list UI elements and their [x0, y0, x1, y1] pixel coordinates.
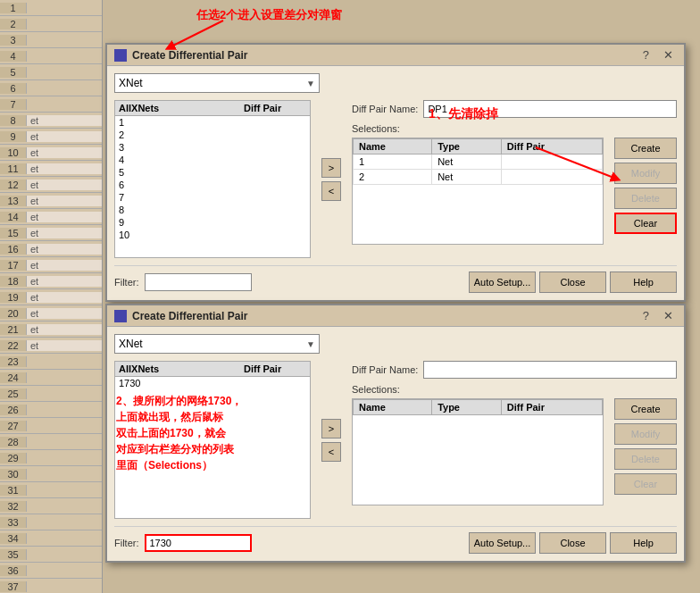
- dialog2-filter-label: Filter:: [114, 538, 139, 548]
- dialog2-filter-row: Filter:: [114, 534, 252, 552]
- dialog1-arrow-left-btn[interactable]: <: [321, 181, 341, 201]
- row-cell: et: [27, 276, 102, 287]
- row-number: 28: [0, 437, 27, 447]
- dialog2-help-btn[interactable]: Help: [610, 532, 677, 554]
- table-row: 2: [0, 16, 102, 32]
- table-cell-type: Net: [432, 155, 502, 170]
- dialog2-diff-pair-name-input[interactable]: [423, 361, 677, 379]
- dialog1-dropdown-value: XNet: [119, 77, 143, 89]
- row-cell: et: [27, 147, 102, 158]
- dialog2-xnet-dropdown[interactable]: XNet ▼: [114, 334, 320, 354]
- row-cell: et: [27, 115, 102, 126]
- dialog1-auto-setup-btn[interactable]: Auto Setup...: [469, 271, 536, 293]
- table-row: 33: [0, 514, 102, 530]
- dialog1-filter-label: Filter:: [114, 277, 139, 288]
- dialog2-modify-btn[interactable]: Modify: [614, 423, 677, 445]
- row-cell: et: [27, 324, 102, 335]
- dialog1-question-btn[interactable]: ?: [639, 48, 653, 62]
- dialog2-titlebar: Create Differential Pair ? ✕: [107, 305, 684, 327]
- list-item[interactable]: 4: [115, 154, 310, 166]
- table-row: 27: [0, 418, 102, 434]
- dialog1-diff-pair-name-row: Diff Pair Name:: [352, 100, 677, 118]
- list-item[interactable]: 1: [115, 116, 310, 129]
- table-row: 10et: [0, 145, 102, 161]
- dialog2-arrow-right-btn[interactable]: >: [321, 419, 341, 438]
- dialog1-close-btn[interactable]: Close: [539, 271, 606, 293]
- row-number: 33: [0, 517, 27, 528]
- table-row: 5: [0, 64, 102, 80]
- table-row: 25: [0, 386, 102, 402]
- list-item[interactable]: 8: [115, 204, 310, 216]
- row-cell: et: [27, 180, 102, 190]
- table-row: 8et: [0, 113, 102, 129]
- row-number: 19: [0, 292, 27, 303]
- row-number: 24: [0, 372, 27, 383]
- dialog1-close-btn[interactable]: ✕: [660, 48, 677, 62]
- table-row: 3: [0, 32, 102, 48]
- row-number: 10: [0, 147, 27, 158]
- table-row: 22et: [0, 338, 102, 354]
- row-cell: et: [27, 196, 102, 206]
- row-number: 16: [0, 244, 27, 255]
- arrow-annotation-1: [152, 16, 241, 52]
- dialog2-close-btn[interactable]: Close: [539, 532, 606, 554]
- list-item[interactable]: 6: [115, 179, 310, 191]
- row-number: 29: [0, 453, 27, 464]
- dialog2-bottom: Filter: Auto Setup...CloseHelp: [114, 526, 677, 554]
- row-number: 18: [0, 276, 27, 287]
- table-cell-name: 2: [354, 170, 432, 185]
- dialog2-selections-area: Name Type Diff Pair CreateModifyDeleteCl…: [352, 398, 677, 505]
- table-row: 34: [0, 530, 102, 547]
- dialog2-selections-table-container: Name Type Diff Pair: [352, 398, 604, 505]
- table-cell-type: Net: [432, 170, 502, 185]
- row-number: 4: [0, 51, 27, 62]
- dialog2-close-btn[interactable]: ✕: [660, 309, 677, 322]
- list-item[interactable]: 9: [115, 216, 310, 229]
- dialog1-list-col2-header: Diff Pair: [244, 103, 306, 113]
- row-cell: et: [27, 228, 102, 238]
- dialog2-filter-input[interactable]: [145, 534, 252, 552]
- annotation-1-label: 1、先清除掉: [429, 105, 498, 123]
- dialog2-delete-btn[interactable]: Delete: [614, 448, 677, 470]
- dialog1-help-btn[interactable]: Help: [610, 271, 677, 293]
- dialog1-filter-input[interactable]: [145, 273, 252, 291]
- dialog2-create-btn[interactable]: Create: [614, 398, 677, 420]
- table-row: 11et: [0, 161, 102, 177]
- dialog1-icon: [114, 49, 127, 62]
- row-number: 7: [0, 99, 27, 110]
- row-number: 11: [0, 163, 27, 174]
- dialog1-bottom-btns: Auto Setup...CloseHelp: [469, 271, 677, 293]
- dialog1-list-box[interactable]: 12345678910: [114, 115, 311, 258]
- list-item[interactable]: 2: [115, 129, 310, 141]
- table-row: 16et: [0, 241, 102, 257]
- dialog2-question-btn[interactable]: ?: [639, 309, 653, 322]
- row-number: 26: [0, 405, 27, 415]
- dialog1-th-type: Type: [432, 139, 502, 155]
- annotation-2-label: 2、搜所刚才的网络1730，上面就出现，然后鼠标双击上面的1730，就会对应到右…: [116, 393, 242, 473]
- svg-line-1: [170, 21, 223, 47]
- row-number: 25: [0, 388, 27, 399]
- dialog1-clear-btn[interactable]: Clear: [614, 213, 677, 234]
- row-number: 31: [0, 485, 27, 496]
- row-cell: et: [27, 340, 102, 351]
- row-cell: et: [27, 244, 102, 255]
- dialog1-xnet-dropdown[interactable]: XNet ▼: [114, 73, 320, 93]
- dialog2-arrow-left-btn[interactable]: <: [321, 442, 341, 462]
- dialog2-clear-btn[interactable]: Clear: [614, 473, 677, 495]
- dialog1-dropdown-row: XNet ▼: [114, 73, 677, 93]
- list-item[interactable]: 10: [115, 229, 310, 241]
- dialog2-title-text: Create Differential Pair: [132, 310, 247, 322]
- spreadsheet-background: 12345678et9et10et11et12et13et14et15et16e…: [0, 0, 103, 593]
- dialog2-auto-setup-btn[interactable]: Auto Setup...: [469, 532, 536, 554]
- row-number: 32: [0, 501, 27, 512]
- list-item[interactable]: 1730: [115, 377, 310, 389]
- list-item[interactable]: 3: [115, 141, 310, 154]
- row-cell: et: [27, 163, 102, 174]
- list-item[interactable]: 5: [115, 166, 310, 179]
- row-number: 21: [0, 324, 27, 335]
- table-row: 36: [0, 563, 102, 579]
- row-number: 23: [0, 356, 27, 367]
- dialog2-selections-table: Name Type Diff Pair: [353, 399, 603, 415]
- dialog1-arrow-right-btn[interactable]: >: [321, 158, 341, 178]
- list-item[interactable]: 7: [115, 191, 310, 204]
